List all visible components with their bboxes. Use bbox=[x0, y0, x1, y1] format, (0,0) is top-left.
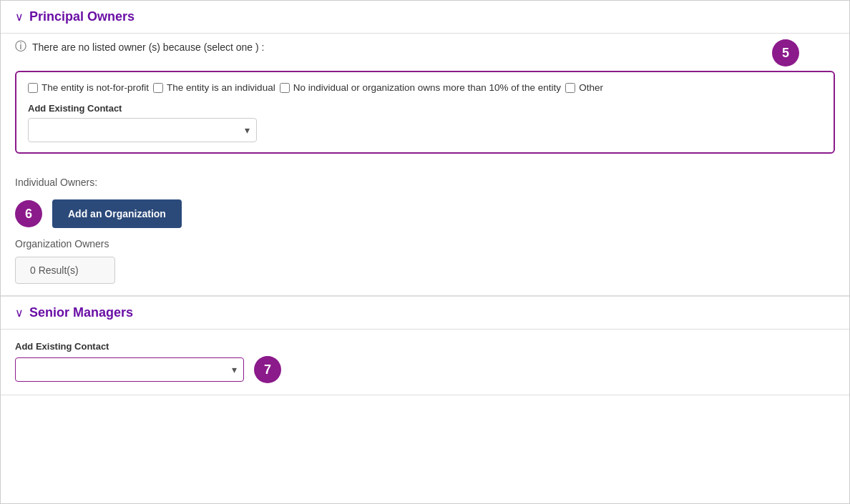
senior-managers-chevron-icon[interactable]: ∨ bbox=[15, 306, 24, 320]
results-box: 0 Result(s) bbox=[15, 257, 115, 284]
senior-managers-title: Senior Managers bbox=[29, 305, 133, 320]
checkbox-row: The entity is not-for-profit The entity … bbox=[28, 82, 822, 93]
principal-owners-section: ∨ Principal Owners ⓘ There are no listed… bbox=[1, 1, 849, 297]
senior-add-existing-contact-dropdown-wrapper[interactable]: ▾ bbox=[15, 357, 244, 382]
senior-managers-body: Add Existing Contact ▾ 7 bbox=[1, 330, 849, 395]
not-for-profit-label: The entity is not-for-profit bbox=[41, 82, 149, 93]
not-for-profit-checkbox[interactable] bbox=[28, 83, 38, 93]
checkbox-not-for-profit[interactable]: The entity is not-for-profit bbox=[28, 82, 149, 93]
no-owners-info-text: There are no listed owner (s) because (s… bbox=[32, 41, 265, 53]
principal-owners-header: ∨ Principal Owners bbox=[1, 1, 849, 34]
org-owners-label: Organization Owners bbox=[15, 238, 835, 249]
senior-add-existing-contact-select[interactable] bbox=[15, 357, 244, 382]
step5-badge: 5 bbox=[772, 39, 799, 66]
info-icon: ⓘ bbox=[15, 39, 26, 54]
add-organization-button[interactable]: Add an Organization bbox=[52, 199, 182, 228]
individual-label: The entity is an individual bbox=[167, 82, 275, 93]
step5-row: ⓘ There are no listed owner (s) because … bbox=[1, 34, 849, 66]
checkbox-other[interactable]: Other bbox=[565, 82, 603, 93]
no-individual-checkbox[interactable] bbox=[280, 83, 290, 93]
principal-owners-chevron-icon[interactable]: ∨ bbox=[15, 10, 24, 24]
no-individual-label: No individual or organization owns more … bbox=[293, 82, 561, 93]
senior-managers-section: ∨ Senior Managers Add Existing Contact ▾… bbox=[1, 297, 849, 395]
step6-badge: 6 bbox=[15, 200, 42, 227]
senior-managers-header: ∨ Senior Managers bbox=[1, 297, 849, 330]
senior-dropdown-row: ▾ 7 bbox=[15, 356, 835, 383]
step6-row: 6 Add an Organization bbox=[15, 199, 835, 228]
other-checkbox[interactable] bbox=[565, 83, 575, 93]
add-existing-contact-label: Add Existing Contact bbox=[28, 103, 822, 114]
senior-add-existing-contact-label: Add Existing Contact bbox=[15, 341, 835, 352]
step7-badge: 7 bbox=[254, 356, 281, 383]
principal-owners-title: Principal Owners bbox=[29, 9, 135, 24]
individual-owners-label: Individual Owners: bbox=[15, 177, 835, 188]
add-existing-contact-select[interactable] bbox=[28, 118, 257, 142]
add-existing-contact-dropdown-wrapper[interactable]: ▾ bbox=[28, 118, 257, 142]
checkbox-no-individual[interactable]: No individual or organization owns more … bbox=[280, 82, 561, 93]
page-container: ∨ Principal Owners ⓘ There are no listed… bbox=[0, 0, 850, 504]
individual-owners-area: Individual Owners: 6 Add an Organization… bbox=[1, 165, 849, 296]
other-label: Other bbox=[579, 82, 603, 93]
checkbox-individual[interactable]: The entity is an individual bbox=[153, 82, 275, 93]
principal-owners-highlighted-box: The entity is not-for-profit The entity … bbox=[15, 71, 835, 154]
individual-checkbox[interactable] bbox=[153, 83, 163, 93]
